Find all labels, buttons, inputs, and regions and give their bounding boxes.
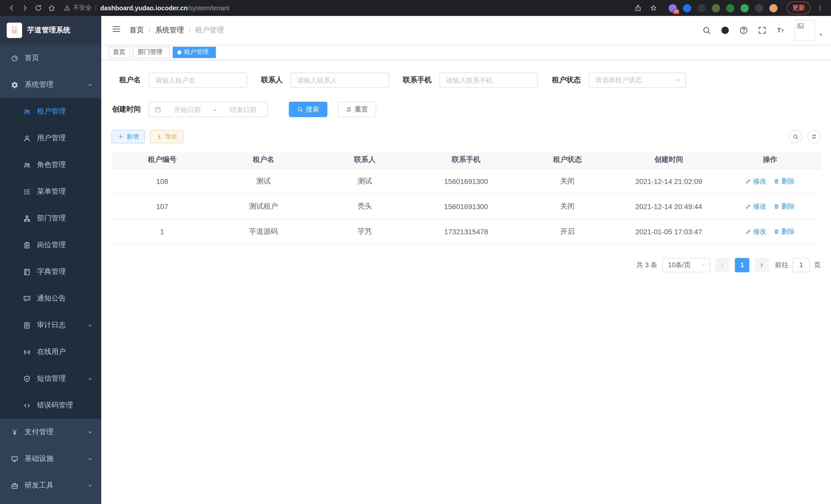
page-size-select[interactable]: 10条/页 [662, 258, 710, 272]
fullscreen-button[interactable] [757, 26, 767, 35]
sidebar-item-menu[interactable]: 菜单管理 [0, 178, 101, 205]
address-bar[interactable]: 不安全 dashboard.yudao.iocoder.cn/system/te… [64, 4, 631, 12]
share-button[interactable] [632, 2, 644, 14]
sidebar-item-sms[interactable]: 短信管理 [0, 365, 101, 392]
cell-id: 108 [112, 169, 213, 194]
view-tab-2[interactable]: 租户管理 [173, 47, 216, 58]
extension-icon[interactable] [741, 4, 749, 12]
row-delete-button[interactable]: 删除 [774, 202, 795, 211]
contact-input[interactable] [297, 76, 382, 84]
extension-icon[interactable] [712, 4, 720, 12]
extension-icon[interactable] [683, 4, 691, 12]
sidebar-item-audit-log[interactable]: 审计日志 [0, 312, 101, 338]
star-icon [649, 4, 657, 12]
user-menu[interactable] [795, 20, 824, 40]
sidebar-item-devtool[interactable]: 研发工具 [0, 472, 101, 499]
help-button[interactable] [739, 26, 748, 35]
reload-icon [34, 4, 42, 12]
download-icon [156, 134, 163, 140]
breadcrumb-system[interactable]: 系统管理 [155, 26, 184, 35]
sidebar-item-infra[interactable]: 基础设施 [0, 445, 101, 472]
contact-field [290, 72, 389, 88]
url-path: /system/tenant [188, 4, 229, 11]
pagination-goto: 前往 页 [775, 258, 821, 272]
cell-actions: 修改删除 [719, 194, 821, 219]
sidebar-item-error-code[interactable]: 错误码管理 [0, 392, 101, 419]
app-logo[interactable]: 芋道管理系统 [0, 16, 101, 45]
cell-created: 2021-01-05 17:03:47 [618, 219, 719, 244]
url-text: dashboard.yudao.iocoder.cn/system/tenant [100, 4, 229, 11]
sidebar-item-label: 租户管理 [37, 107, 66, 116]
export-button[interactable]: 导出 [150, 130, 183, 143]
browser-home-button[interactable] [45, 2, 58, 14]
sidebar-item-label: 字典管理 [37, 267, 66, 276]
sidebar-item-dept[interactable]: 部门管理 [0, 205, 101, 232]
sidebar-item-online-user[interactable]: 在线用户 [0, 338, 101, 365]
browser-reload-button[interactable] [32, 2, 44, 14]
row-edit-button[interactable]: 修改 [745, 227, 767, 236]
sidebar-item-user[interactable]: 用户管理 [0, 125, 101, 152]
column-header: 租户名 [213, 152, 314, 169]
people-icon [23, 161, 31, 169]
row-delete-button[interactable]: 删除 [774, 227, 795, 236]
sidebar-item-dict[interactable]: 字典管理 [0, 259, 101, 285]
breadcrumb-separator: / [148, 26, 150, 34]
chrome-update-button[interactable]: 更新 [787, 2, 810, 14]
extension-icon[interactable] [755, 4, 763, 12]
browser-menu-button[interactable] [813, 2, 826, 14]
show-search-button[interactable] [789, 130, 802, 143]
add-button[interactable]: 新增 [112, 130, 145, 143]
end-date-input[interactable] [224, 106, 262, 113]
table-row: 107测试租户秃头15601691300关闭2021-12-14 20:49:4… [112, 194, 821, 219]
extension-icon[interactable] [726, 4, 735, 12]
cell-actions: 修改删除 [719, 169, 821, 194]
header-search-button[interactable] [702, 26, 711, 35]
row-delete-button[interactable]: 删除 [774, 176, 795, 186]
reset-button[interactable]: 重置 [338, 102, 376, 117]
view-tab-1[interactable]: 部门管理 [133, 47, 170, 58]
pagination-total: 共 3 条 [636, 260, 657, 269]
tab-label: 租户管理 [184, 48, 209, 57]
browser-forward-button[interactable] [19, 2, 31, 14]
column-header: 租户状态 [517, 152, 618, 169]
extension-icon[interactable]: 10 [668, 4, 677, 12]
table-row: 1芋道源码芋艿17321315478开启2021-01-05 17:03:47修… [112, 219, 821, 244]
cell-contact: 测试 [314, 169, 416, 194]
sidebar-item-home[interactable]: 首页 [0, 45, 101, 71]
extension-icon[interactable] [697, 4, 706, 12]
sidebar-item-role[interactable]: 角色管理 [0, 152, 101, 178]
start-date-input[interactable] [168, 106, 206, 113]
page-1-button[interactable]: 1 [735, 258, 749, 272]
view-tab-0[interactable]: 首页 [109, 47, 130, 58]
next-page-button[interactable] [754, 258, 769, 272]
collapse-sidebar-button[interactable] [109, 24, 124, 36]
date-range-picker[interactable]: - [148, 102, 268, 117]
goto-page-input[interactable] [793, 258, 810, 272]
security-status[interactable]: 不安全 [64, 4, 91, 12]
calendar-icon [154, 106, 161, 113]
url-host: dashboard.yudao.iocoder.cn [100, 4, 188, 11]
browser-back-button[interactable] [5, 2, 18, 14]
sidebar-item-pay[interactable]: 支付管理 [0, 419, 101, 445]
search-button[interactable]: 搜索 [289, 102, 327, 117]
table-mini-tools [789, 130, 821, 143]
github-link[interactable] [720, 26, 730, 35]
prev-page-button[interactable] [715, 258, 730, 272]
bookmark-button[interactable] [647, 2, 659, 14]
breadcrumb-home[interactable]: 首页 [130, 26, 144, 35]
cell-phone: 15601691300 [416, 194, 517, 219]
refresh-list-button[interactable] [807, 130, 821, 143]
sidebar-item-system[interactable]: 系统管理 [0, 71, 101, 98]
sidebar-item-post[interactable]: 岗位管理 [0, 232, 101, 259]
row-edit-button[interactable]: 修改 [745, 202, 767, 211]
row-edit-button[interactable]: 修改 [745, 176, 767, 186]
sidebar-item-notice[interactable]: 通知公告 [0, 285, 101, 312]
tenant-name-input[interactable] [155, 76, 240, 84]
goto-label: 前往 [775, 260, 789, 269]
sidebar-item-tenant[interactable]: 租户管理 [0, 98, 101, 125]
status-select[interactable]: 请选择租户状态 [589, 72, 686, 88]
chevron-down-icon [675, 77, 681, 83]
font-size-button[interactable]: TT [776, 26, 785, 35]
phone-input[interactable] [446, 76, 532, 84]
extension-icon[interactable] [769, 4, 778, 12]
